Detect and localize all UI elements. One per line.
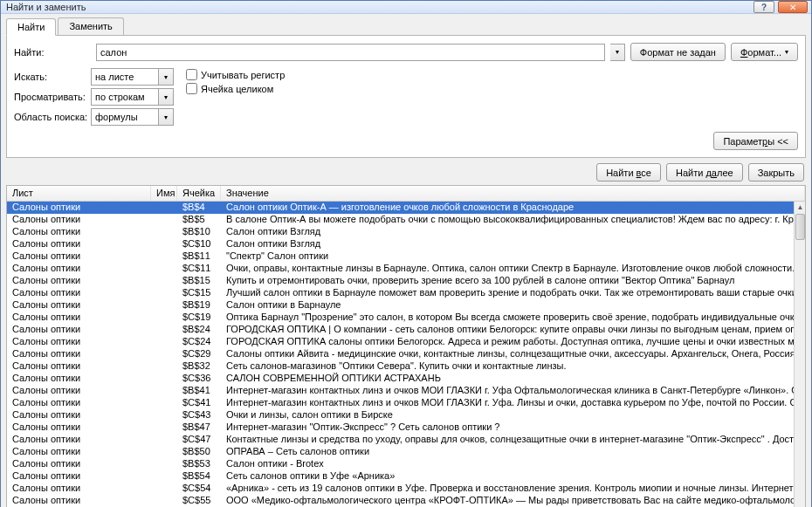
find-next-button[interactable]: Найти далее (666, 163, 743, 182)
close-window-button[interactable]: ✕ (778, 1, 808, 13)
look-in-dropdown[interactable]: ▾ (159, 68, 174, 86)
direction-dropdown[interactable]: ▾ (159, 88, 174, 106)
column-cell[interactable]: Ячейка (177, 186, 221, 201)
result-row[interactable]: Салоны оптики$B$4Салон оптики Оптик-А — … (7, 202, 805, 214)
column-sheet[interactable]: Лист (7, 186, 151, 201)
grid-body[interactable]: Салоны оптики$B$4Салон оптики Оптик-А — … (7, 202, 805, 507)
result-row[interactable]: Салоны оптики$C$15Лучший салон оптики в … (7, 287, 805, 299)
cell-sheet: Салоны оптики (7, 385, 151, 397)
cell-name (151, 446, 177, 458)
find-label: Найти: (14, 47, 91, 58)
cell-sheet: Салоны оптики (7, 299, 151, 312)
result-row[interactable]: Салоны оптики$C$43Очки и линзы, салон оп… (7, 409, 805, 421)
grid-header: Лист Имя Ячейка Значение (7, 186, 805, 202)
result-row[interactable]: Салоны оптики$B$19Салон оптики в Барнаул… (7, 299, 805, 312)
cell-ref: $C$10 (177, 238, 221, 250)
result-row[interactable]: Салоны оптики$C$10Салон оптики Взгляд (7, 238, 805, 250)
cell-value: Салоны оптики Айвита - медицинские очки,… (221, 348, 805, 360)
cell-name (151, 324, 177, 336)
cell-sheet: Салоны оптики (7, 275, 151, 287)
vertical-scrollbar[interactable]: ▲ ▼ (794, 202, 805, 507)
cell-value: Салон оптики Оптик-А — изготовление очко… (221, 202, 805, 214)
look-in-combo[interactable] (91, 68, 159, 86)
cell-value: Салон оптики Взгляд (221, 226, 805, 238)
cell-name (151, 202, 177, 214)
result-row[interactable]: Салоны оптики$B$50ОПРАВА – Сеть салонов … (7, 446, 805, 458)
cell-name (151, 470, 177, 483)
result-row[interactable]: Салоны оптики$B$41Интернет-магазин конта… (7, 385, 805, 397)
parameters-button[interactable]: Параметры << (713, 132, 798, 150)
vscroll-thumb[interactable] (795, 214, 805, 240)
cell-value: Лучший салон оптики в Барнауле поможет в… (221, 287, 805, 299)
cell-sheet: Салоны оптики (7, 458, 151, 470)
cell-name (151, 214, 177, 226)
result-row[interactable]: Салоны оптики$C$19Оптика Барнаул "Прозре… (7, 312, 805, 324)
format-status-button[interactable]: Формат не задан (630, 43, 726, 61)
cell-value: «Арника» - сеть из 19 салонов оптики в У… (221, 483, 805, 495)
result-row[interactable]: Салоны оптики$B$53Салон оптики - Brotex (7, 458, 805, 470)
column-name[interactable]: Имя (151, 186, 177, 201)
client-area: Найти Заменить Найти: ▾ Формат не задан … (1, 14, 811, 507)
result-row[interactable]: Салоны оптики$C$29Салоны оптики Айвита -… (7, 348, 805, 360)
column-value[interactable]: Значение (221, 186, 805, 201)
result-row[interactable]: Салоны оптики$B$24ГОРОДСКАЯ ОПТИКА | О к… (7, 324, 805, 336)
tab-replace[interactable]: Заменить (58, 17, 123, 35)
result-row[interactable]: Салоны оптики$B$5В салоне Оптик-А вы мож… (7, 214, 805, 226)
direction-combo[interactable] (91, 88, 159, 106)
result-row[interactable]: Салоны оптики$B$47Интернет-магазин "Опти… (7, 421, 805, 434)
find-input[interactable] (96, 44, 605, 61)
cell-ref: $C$29 (177, 348, 221, 360)
cell-ref: $B$54 (177, 470, 221, 483)
cell-sheet: Салоны оптики (7, 226, 151, 238)
find-all-button[interactable]: Найти все (596, 163, 661, 182)
cell-value: Оптика Барнаул "Прозрение" это салон, в … (221, 312, 805, 324)
result-row[interactable]: Салоны оптики$C$55ООО «Медико-офтальмоло… (7, 495, 805, 507)
cell-sheet: Салоны оптики (7, 373, 151, 385)
cell-name (151, 226, 177, 238)
tab-find[interactable]: Найти (6, 18, 56, 36)
cell-ref: $B$11 (177, 250, 221, 263)
cell-ref: $B$4 (177, 202, 221, 214)
cell-name (151, 263, 177, 275)
help-button[interactable]: ? (754, 1, 774, 13)
cell-name (151, 250, 177, 263)
cell-value: Салон оптики - Brotex (221, 458, 805, 470)
result-row[interactable]: Салоны оптики$C$36САЛОН СОВРЕМЕННОЙ ОПТИ… (7, 373, 805, 385)
cell-ref: $C$47 (177, 434, 221, 446)
titlebar[interactable]: Найти и заменить ? ✕ (1, 1, 811, 14)
direction-label: Просматривать: (14, 92, 91, 102)
cell-sheet: Салоны оптики (7, 312, 151, 324)
scroll-up-icon[interactable]: ▲ (795, 202, 806, 213)
cell-ref: $C$15 (177, 287, 221, 299)
cell-ref: $C$11 (177, 263, 221, 275)
result-row[interactable]: Салоны оптики$C$24ГОРОДСКАЯ ОПТИКА салон… (7, 336, 805, 348)
cell-value: Сеть салонов оптики в Уфе «Арника» (221, 470, 805, 483)
result-row[interactable]: Салоны оптики$C$54«Арника» - сеть из 19 … (7, 483, 805, 495)
cell-ref: $B$10 (177, 226, 221, 238)
area-dropdown[interactable]: ▾ (159, 108, 174, 126)
result-row[interactable]: Салоны оптики$C$47Контактные линзы и сре… (7, 434, 805, 446)
cell-sheet: Салоны оптики (7, 336, 151, 348)
whole-cell-checkbox[interactable]: Ячейка целиком (186, 83, 285, 94)
cell-value: Контактные линзы и средства по уходу, оп… (221, 434, 805, 446)
cell-value: САЛОН СОВРЕМЕННОЙ ОПТИКИ АСТРАХАНЬ (221, 373, 805, 385)
area-combo[interactable] (91, 108, 159, 126)
format-menu-button[interactable]: Формат... (731, 43, 798, 61)
cell-sheet: Салоны оптики (7, 348, 151, 360)
result-row[interactable]: Салоны оптики$B$10Салон оптики Взгляд (7, 226, 805, 238)
cell-sheet: Салоны оптики (7, 263, 151, 275)
cell-sheet: Салоны оптики (7, 287, 151, 299)
result-row[interactable]: Салоны оптики$C$41Интернет-магазин конта… (7, 397, 805, 409)
close-button[interactable]: Закрыть (748, 163, 804, 182)
cell-ref: $C$41 (177, 397, 221, 409)
result-row[interactable]: Салоны оптики$B$11"Спектр" Салон оптики (7, 250, 805, 263)
cell-value: Интернет-магазин контактных линз и очков… (221, 397, 805, 409)
result-row[interactable]: Салоны оптики$B$32Сеть салонов-магазинов… (7, 360, 805, 373)
match-case-checkbox[interactable]: Учитывать регистр (186, 69, 285, 80)
result-row[interactable]: Салоны оптики$B$15Купить и отремонтирова… (7, 275, 805, 287)
window-title: Найти и заменить (4, 2, 754, 12)
find-history-dropdown[interactable]: ▾ (610, 44, 625, 61)
result-row[interactable]: Салоны оптики$B$54Сеть салонов оптики в … (7, 470, 805, 483)
result-row[interactable]: Салоны оптики$C$11Очки, оправы, контактн… (7, 263, 805, 275)
cell-ref: $B$53 (177, 458, 221, 470)
